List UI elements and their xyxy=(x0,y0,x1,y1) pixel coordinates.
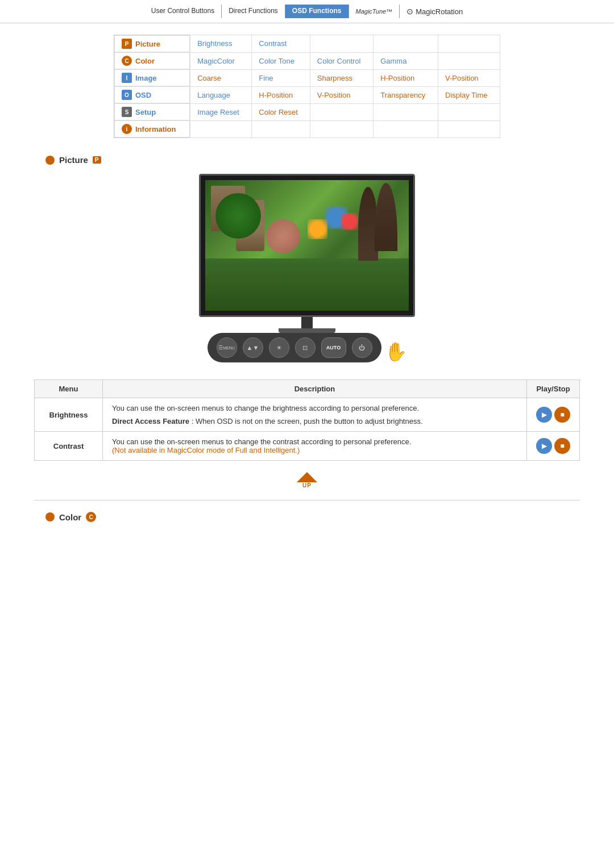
display-button[interactable]: ⊡ xyxy=(295,337,316,358)
screen-bush1 xyxy=(215,193,261,239)
screen-tree xyxy=(358,187,378,261)
nav-empty-4 xyxy=(438,52,500,69)
nav-info-empty-2 xyxy=(252,120,310,138)
nav-transparency[interactable]: Transparency xyxy=(374,86,438,103)
col-header-description: Description xyxy=(103,380,527,398)
nav-contrast[interactable]: Contrast xyxy=(252,35,310,53)
picture-section-badge: P xyxy=(93,156,101,164)
nav-hposition[interactable]: H-Position xyxy=(374,69,438,86)
osd-label[interactable]: OSD xyxy=(135,91,151,99)
nav-info-empty-4 xyxy=(374,120,438,138)
screen-ground xyxy=(205,258,409,311)
controls-row: ☰MENU ▲▼ ☀ ⊡ AUTO ⏻ xyxy=(208,333,381,362)
nav-osd-functions[interactable]: OSD Functions xyxy=(285,5,349,18)
setup-label[interactable]: Setup xyxy=(135,108,156,116)
nav-osd-hposition[interactable]: H-Position xyxy=(252,86,310,103)
picture-section-icon xyxy=(45,156,55,165)
menu-button[interactable]: ☰MENU xyxy=(217,337,237,358)
brightness-menu-label: Brightness xyxy=(49,411,88,419)
brightness-play-btn[interactable]: ▶ xyxy=(536,407,552,423)
brightness-desc-line1: You can use the on-screen menus to chang… xyxy=(112,404,517,412)
information-label[interactable]: Information xyxy=(135,125,176,133)
image-cat-icon: I xyxy=(122,73,132,83)
nav-direct-functions[interactable]: Direct Functions xyxy=(222,5,285,18)
image-label[interactable]: Image xyxy=(135,74,157,82)
nav-magicrotation[interactable]: ⊙ MagicRotation xyxy=(400,5,470,18)
up-arrow-wrapper: UP xyxy=(0,472,614,489)
monitor-frame xyxy=(199,174,415,317)
nav-colorcontrol[interactable]: Color Control xyxy=(310,52,373,69)
color-section-title: Color C xyxy=(45,512,569,522)
contrast-desc-line2-orange: (Not available in MagicColor mode of Ful… xyxy=(112,446,517,454)
nav-empty-2 xyxy=(374,35,438,53)
nav-cat-color[interactable]: C Color xyxy=(114,52,190,69)
picture-section: Picture P xyxy=(0,155,614,362)
color-title-text: Color xyxy=(59,512,81,522)
nav-magictune[interactable]: MagicTune™ xyxy=(349,5,400,18)
nav-osd-vposition[interactable]: V-Position xyxy=(310,86,373,103)
col-header-playstop: Play/Stop xyxy=(527,380,580,398)
nav-coarse[interactable]: Coarse xyxy=(190,69,252,86)
power-button[interactable]: ⏻ xyxy=(352,337,372,358)
picture-title-text: Picture xyxy=(59,155,88,165)
nav-magiccolor[interactable]: MagicColor xyxy=(190,52,252,69)
nav-cat-picture[interactable]: P Picture xyxy=(114,35,190,52)
nav-empty-6 xyxy=(374,103,438,120)
hand-cursor-icon: 🤚 xyxy=(384,341,407,362)
col-header-menu: Menu xyxy=(35,380,103,398)
nav-info-empty-5 xyxy=(438,120,500,138)
contrast-stop-btn[interactable]: ■ xyxy=(554,438,570,454)
brightness-direct-access-rest: : When OSD is not on the screen, push th… xyxy=(189,417,422,425)
nav-displaytime[interactable]: Display Time xyxy=(438,86,500,103)
information-cat-icon: i xyxy=(122,124,132,134)
nav-table: P Picture Brightness Contrast C Color Ma… xyxy=(114,35,500,138)
nav-empty-7 xyxy=(438,103,500,120)
nav-vposition[interactable]: V-Position xyxy=(438,69,500,86)
color-section-badge-icon: C xyxy=(86,512,96,522)
nav-colorreset[interactable]: Color Reset xyxy=(252,103,310,120)
screen-balloon-red xyxy=(341,213,358,230)
color-label[interactable]: Color xyxy=(135,57,155,65)
nav-row-picture: P Picture Brightness Contrast xyxy=(114,35,500,53)
nav-cat-information[interactable]: i Information xyxy=(114,120,190,137)
color-section: Color C xyxy=(0,512,614,522)
nav-sharpness[interactable]: Sharpness xyxy=(310,69,373,86)
contrast-play-btn[interactable]: ▶ xyxy=(536,438,552,454)
nav-brightness[interactable]: Brightness xyxy=(190,35,252,53)
nav-user-control-buttons[interactable]: User Control Buttons xyxy=(144,5,222,18)
nav-info-empty-3 xyxy=(310,120,373,138)
picture-label[interactable]: Picture xyxy=(135,40,160,48)
monitor-wrapper: ☰MENU ▲▼ ☀ ⊡ AUTO ⏻ 🤚 xyxy=(45,174,569,362)
screen-balloon-orange xyxy=(308,219,327,239)
nav-colortone[interactable]: Color Tone xyxy=(252,52,310,69)
nav-row-information: i Information xyxy=(114,120,500,138)
nav-cat-osd[interactable]: O OSD xyxy=(114,86,190,103)
up-arrow-text: UP xyxy=(302,482,312,489)
table-row-brightness: Brightness You can use the on-screen men… xyxy=(35,398,580,432)
magicrotation-label: MagicRotation xyxy=(416,7,463,16)
desc-table-wrapper: Menu Description Play/Stop Brightness Yo… xyxy=(0,379,614,461)
nav-cat-image[interactable]: I Image xyxy=(114,69,190,86)
brightness-menu-cell: Brightness xyxy=(35,398,103,432)
brightness-stop-btn[interactable]: ■ xyxy=(554,407,570,423)
brightness-direct-access-bold: Direct Access Feature xyxy=(112,417,189,425)
nav-fine[interactable]: Fine xyxy=(252,69,310,86)
nav-row-color: C Color MagicColor Color Tone Color Cont… xyxy=(114,52,500,69)
nav-gamma[interactable]: Gamma xyxy=(374,52,438,69)
nav-cat-setup[interactable]: S Setup xyxy=(114,103,190,120)
nav-empty-5 xyxy=(310,103,373,120)
navigate-button[interactable]: ▲▼ xyxy=(243,337,263,358)
nav-imagereset[interactable]: Image Reset xyxy=(190,103,252,120)
up-arrow[interactable]: UP xyxy=(297,472,317,489)
nav-language[interactable]: Language xyxy=(190,86,252,103)
table-row-contrast: Contrast You can use the on-screen menus… xyxy=(35,432,580,461)
color-section-icon xyxy=(45,512,55,521)
desc-table-header-row: Menu Description Play/Stop xyxy=(35,380,580,398)
color-cat-icon: C xyxy=(122,56,132,66)
auto-button[interactable]: AUTO xyxy=(321,337,346,358)
magicrotation-icon: ⊙ xyxy=(406,7,413,16)
nav-info-empty-1 xyxy=(190,120,252,138)
contrast-desc-line1: You can use the on-screen menus to chang… xyxy=(112,437,517,446)
brightness-button[interactable]: ☀ xyxy=(269,337,289,358)
setup-cat-icon: S xyxy=(122,107,132,117)
